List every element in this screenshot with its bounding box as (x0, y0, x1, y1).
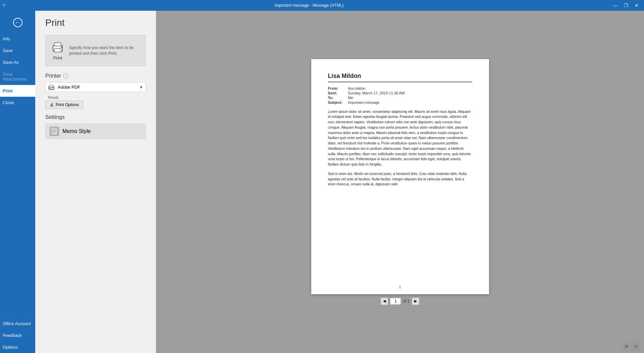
printer-dropdown[interactable]: Adobe PDF (45, 82, 146, 92)
print-options-icon: 🖨 (50, 102, 54, 107)
printer-section-title: Printer (45, 73, 61, 79)
sidebar-item-info[interactable]: Info (0, 33, 35, 45)
preview-page: Lisa Mildon From: lisa mildon Sent: Sund… (311, 59, 489, 294)
page-number-input[interactable] (390, 298, 401, 305)
meta-row-sent: Sent: Sunday, March 17, 2019 11:36 AM (328, 91, 472, 95)
preview-bottom-controls: ⊞ ⊟ (623, 342, 640, 350)
meta-label-from: From: (328, 86, 348, 90)
memo-style-label: Memo Style (62, 128, 91, 134)
svg-rect-9 (51, 128, 57, 135)
email-meta: From: lisa mildon Sent: Sunday, March 17… (328, 86, 472, 104)
next-page-button[interactable]: ▶ (412, 298, 419, 305)
email-sender-name: Lisa Mildon (328, 73, 472, 82)
svg-point-7 (53, 87, 53, 87)
meta-value-sent: Sunday, March 17, 2019 11:36 AM (348, 91, 472, 95)
settings-section-title: Settings (45, 114, 65, 120)
maximize-button[interactable]: ❐ (621, 2, 631, 9)
settings-section-header: Settings (45, 114, 146, 120)
back-button[interactable]: ← (10, 15, 25, 30)
meta-value-subject: Important message (348, 100, 472, 104)
sidebar-item-save-attachments: Save Attachments (0, 68, 35, 85)
meta-label-subject: Subject: (328, 100, 348, 104)
meta-row-subject: Subject: Important message (328, 100, 472, 104)
print-panel: Print Print Specify how you want the ite… (35, 11, 644, 353)
svg-rect-5 (50, 85, 53, 87)
svg-point-3 (61, 47, 62, 48)
page-number: 1 (399, 285, 401, 289)
sidebar-item-save[interactable]: Save (0, 45, 35, 56)
page-of-info: of 1 (403, 299, 410, 304)
preview-area: Lisa Mildon From: lisa mildon Sent: Sund… (156, 11, 644, 353)
sidebar-item-close[interactable]: Close (0, 97, 35, 108)
meta-label-sent: Sent: (328, 91, 348, 95)
email-body: Lorem ipsum dolor sit amet, consectetur … (328, 109, 472, 187)
printer-select-wrap: Adobe PDF ▼ (45, 82, 146, 92)
prev-page-button[interactable]: ◀ (381, 298, 388, 305)
body-paragraph-2: Sed in enim dui. Morbi vel euismod justo… (328, 171, 472, 187)
page-title: Print (45, 17, 146, 28)
help-button[interactable]: ? (3, 3, 5, 8)
body-paragraph-1: Lorem ipsum dolor sit amet, consectetur … (328, 109, 472, 167)
sidebar-item-print[interactable]: Print (0, 85, 35, 97)
sidebar-item-save-as[interactable]: Save As (0, 56, 35, 68)
print-options-label: Print Options (56, 102, 79, 107)
window-title: Important message - Message (HTML) (8, 3, 610, 8)
printer-select-icon (48, 85, 55, 90)
memo-style-box[interactable]: Memo Style (45, 124, 146, 139)
back-arrow-icon: ← (13, 18, 22, 27)
print-options-button[interactable]: 🖨 Print Options (45, 101, 83, 109)
printer-info-icon[interactable]: i (63, 73, 68, 79)
printer-section-header: Printer i (45, 73, 146, 79)
fit-page-button[interactable]: ⊞ (623, 342, 631, 350)
printer-icon (51, 41, 64, 54)
app-body: ← Info Save Save As Save Attachments Pri… (0, 11, 644, 353)
meta-label-to: To: (328, 96, 348, 100)
print-btn-label: Print (53, 55, 62, 60)
meta-value-from: lisa mildon (348, 86, 472, 90)
minimize-button[interactable]: — (610, 2, 620, 9)
preview-navigation: ◀ of 1 ▶ (381, 298, 419, 305)
meta-value-to: Me (348, 96, 472, 100)
print-button-box[interactable]: Print Specify how you want the item to b… (45, 35, 146, 66)
svg-rect-2 (54, 49, 61, 52)
print-description: Specify how you want the item to be prin… (69, 45, 140, 56)
meta-row-to: To: Me (328, 96, 472, 100)
title-bar: ? Important message - Message (HTML) — ❐… (0, 0, 644, 11)
meta-row-from: From: lisa mildon (328, 86, 472, 90)
printer-status: Ready (45, 95, 146, 99)
zoom-button[interactable]: ⊟ (632, 342, 640, 350)
sidebar-item-office-account[interactable]: Office Account (0, 318, 35, 329)
window-controls: — ❐ ✕ (610, 2, 641, 9)
sidebar-item-options[interactable]: Options (0, 341, 35, 353)
left-panel: Print Print Specify how you want the ite… (35, 11, 156, 353)
sidebar-item-feedback[interactable]: Feedback (0, 329, 35, 341)
sidebar: ← Info Save Save As Save Attachments Pri… (0, 11, 35, 353)
memo-style-icon (50, 127, 59, 136)
svg-rect-1 (54, 43, 61, 46)
close-button[interactable]: ✕ (632, 2, 641, 9)
print-icon-area: Print (51, 41, 64, 60)
main-content: Print Print Specify how you want the ite… (35, 11, 644, 353)
